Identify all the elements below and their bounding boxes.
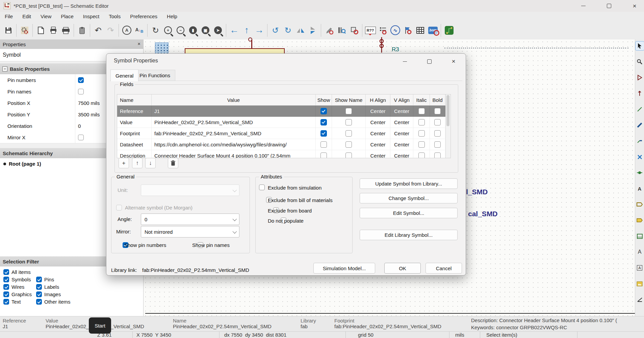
other-items-checkbox[interactable]	[36, 299, 42, 305]
bold-checkbox[interactable]	[434, 108, 441, 114]
symbol-value-text-clipped[interactable]: l_SMD	[466, 188, 488, 196]
bold-checkbox[interactable]	[434, 152, 441, 159]
dialog-maximize-button[interactable]	[422, 55, 437, 68]
delete-field-button[interactable]	[168, 158, 178, 168]
all-items-checkbox[interactable]	[3, 269, 9, 275]
find-replace-button[interactable]: A↓B	[133, 24, 146, 36]
rotate-cw-button[interactable]: ↻	[282, 24, 294, 36]
add-image-tool[interactable]	[636, 279, 644, 288]
dialog-minimize-button[interactable]	[397, 55, 412, 68]
start-button[interactable]: Start	[89, 317, 111, 334]
library-browser-button[interactable]	[335, 24, 348, 36]
zoom-fit-button[interactable]: ▮	[187, 24, 199, 36]
add-textbox-tool[interactable]: A	[636, 263, 644, 272]
add-text-tool[interactable]: A	[636, 248, 644, 256]
schematic-setup-button[interactable]	[18, 24, 31, 36]
italic-checkbox[interactable]	[418, 119, 425, 125]
filter-text[interactable]: Text	[3, 299, 36, 305]
undo-button[interactable]: ↶	[92, 24, 104, 36]
cancel-button[interactable]: Cancel	[426, 263, 462, 274]
symbol-reference-text[interactable]: R3	[392, 46, 399, 53]
rotate-ccw-button[interactable]: ↺	[269, 24, 282, 36]
plot-button[interactable]	[59, 24, 72, 36]
show-name-checkbox[interactable]	[345, 141, 352, 148]
alternate-symbol-checkbox[interactable]	[116, 205, 122, 210]
italic-checkbox[interactable]	[418, 130, 425, 137]
col-show[interactable]: Show	[316, 94, 332, 106]
power-symbol[interactable]	[377, 36, 386, 53]
nav-back-button[interactable]: ←	[228, 24, 240, 36]
filter-wires[interactable]: Wires	[3, 284, 36, 290]
menu-tools[interactable]: Tools	[104, 12, 125, 20]
edit-library-symbol-button[interactable]: Edit Library Symbol...	[360, 230, 458, 240]
mirror-x-checkbox[interactable]	[78, 135, 84, 140]
show-name-checkbox[interactable]	[345, 119, 352, 125]
tab-pin-functions[interactable]: Pin Functions	[134, 70, 175, 81]
show-checkbox[interactable]	[320, 130, 327, 137]
symbols-checkbox[interactable]	[3, 277, 9, 282]
ok-button[interactable]: OK	[384, 263, 421, 274]
table-row-datasheet[interactable]: Datasheet https://cdn.amphenol-icc.com/m…	[117, 139, 450, 150]
mirror-select[interactable]: Not mirrored	[141, 226, 239, 237]
symbol-fields-table-button[interactable]	[414, 24, 427, 36]
fields-table[interactable]: Name Value Show Show Name H Align V Alig…	[117, 94, 451, 158]
highlight-net-tool[interactable]	[636, 57, 644, 66]
move-field-up-button[interactable]: ↑	[132, 158, 143, 168]
menu-inspect[interactable]: Inspect	[78, 12, 104, 20]
nav-forward-button[interactable]: →	[253, 24, 265, 36]
bold-checkbox[interactable]	[434, 119, 441, 125]
col-value[interactable]: Value	[152, 94, 316, 106]
add-bus-tool[interactable]	[636, 121, 644, 130]
col-h-align[interactable]: H Align	[366, 94, 390, 106]
annotate-button[interactable]: R??	[364, 24, 377, 36]
col-name[interactable]: Name	[117, 94, 152, 106]
italic-checkbox[interactable]	[418, 152, 425, 159]
simulation-model-button[interactable]: Simulation Model...	[313, 263, 375, 274]
menu-preferences[interactable]: Preferences	[125, 12, 162, 20]
bold-checkbox[interactable]	[434, 141, 441, 148]
maximize-button[interactable]	[601, 0, 617, 12]
pins-checkbox[interactable]	[36, 277, 42, 282]
tab-general[interactable]: General	[110, 69, 138, 81]
refresh-button[interactable]: ↻	[149, 24, 162, 36]
show-checkbox[interactable]	[320, 141, 327, 148]
italic-checkbox[interactable]	[418, 141, 425, 148]
add-power-tool[interactable]	[636, 89, 644, 98]
print-button[interactable]	[47, 24, 59, 36]
images-checkbox[interactable]	[36, 291, 42, 297]
italic-checkbox[interactable]	[418, 108, 425, 114]
pin-numbers-checkbox[interactable]	[78, 77, 84, 83]
show-checkbox[interactable]	[320, 152, 327, 159]
menu-help[interactable]: Help	[162, 12, 182, 20]
net-navigate-button[interactable]	[402, 24, 414, 36]
unit-select[interactable]	[141, 185, 239, 196]
find-button[interactable]: A	[121, 24, 133, 36]
add-sheet-tool[interactable]	[636, 232, 644, 241]
add-no-connect-tool[interactable]	[636, 152, 644, 161]
filter-symbols[interactable]: Symbols	[3, 277, 36, 282]
footprint-assign-button[interactable]	[348, 24, 360, 36]
edit-symbol-button[interactable]	[323, 24, 335, 36]
dialog-close-button[interactable]: ×	[446, 55, 461, 68]
zoom-selection-button[interactable]: ➤	[212, 24, 224, 36]
change-symbol-button[interactable]: Change Symbol...	[360, 193, 458, 203]
menu-place[interactable]: Place	[56, 12, 78, 20]
mirror-vertical-button[interactable]	[307, 24, 319, 36]
angle-select[interactable]: 0	[141, 214, 239, 225]
filter-pins[interactable]: Pins	[36, 277, 143, 282]
filter-images[interactable]: Images	[36, 291, 143, 297]
close-button[interactable]: ×	[627, 0, 642, 12]
zoom-objects-button[interactable]: ▣	[199, 24, 212, 36]
simulator-button[interactable]: ∿	[389, 24, 402, 36]
paste-button[interactable]	[76, 24, 88, 36]
move-field-down-button[interactable]: ↓	[145, 158, 156, 168]
bold-checkbox[interactable]	[434, 130, 441, 137]
show-name-checkbox[interactable]	[345, 152, 352, 159]
page-settings-button[interactable]	[34, 24, 47, 36]
add-wire-tool[interactable]	[636, 105, 644, 114]
col-show-name[interactable]: Show Name	[332, 94, 366, 106]
add-global-label-tool[interactable]	[636, 200, 644, 209]
mirror-horizontal-button[interactable]	[294, 24, 307, 36]
open-pcb-editor-button[interactable]	[443, 24, 455, 36]
hierarchy-root-item[interactable]: Root (page 1)	[9, 161, 41, 167]
